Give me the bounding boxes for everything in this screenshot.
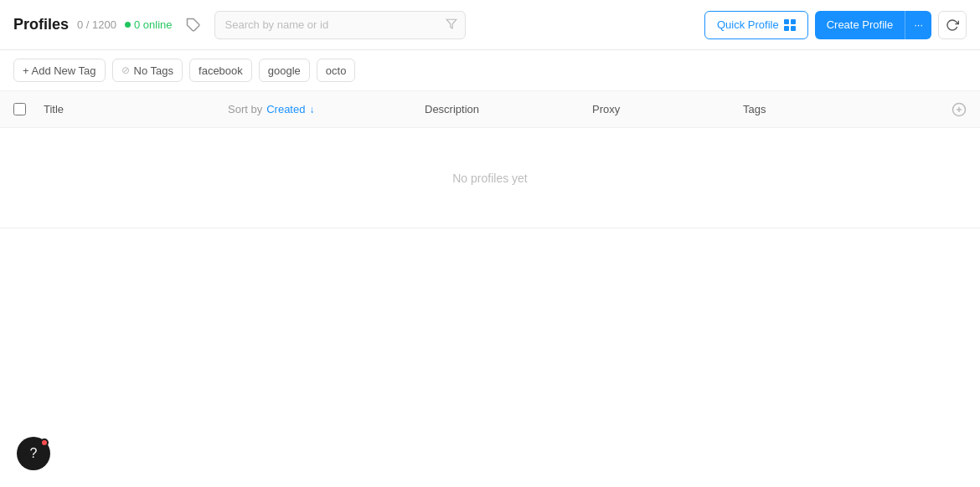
tags-row: + Add New Tag ⊘ No Tags facebook google …	[0, 50, 980, 91]
quick-profile-label: Quick Profile	[717, 18, 779, 31]
online-dot	[125, 22, 131, 28]
header-checkbox-col	[13, 103, 44, 115]
filter-icon[interactable]	[446, 18, 457, 32]
online-badge: 0 online	[125, 18, 173, 31]
tag-chip-octo[interactable]: octo	[317, 59, 356, 82]
header-actions: Quick Profile Create Profile ···	[704, 11, 967, 39]
col-proxy-label: Proxy	[592, 103, 620, 115]
add-new-tag-button[interactable]: + Add New Tag	[13, 59, 106, 82]
add-tag-label: + Add New Tag	[23, 64, 96, 77]
tag-icon-button[interactable]	[183, 14, 204, 36]
refresh-button[interactable]	[938, 11, 967, 39]
col-description-header: Description	[425, 103, 592, 115]
help-notification-dot	[40, 438, 49, 447]
create-profile-label: Create Profile	[815, 11, 905, 39]
col-add-header	[940, 102, 967, 117]
create-profile-more-button[interactable]: ···	[905, 11, 931, 39]
add-column-icon	[952, 102, 967, 117]
col-description-label: Description	[425, 103, 479, 115]
select-all-checkbox[interactable]	[13, 103, 26, 115]
tag-label-google: google	[268, 64, 301, 77]
create-profile-button[interactable]: Create Profile ···	[815, 11, 931, 39]
tag-chip-no-tags[interactable]: ⊘ No Tags	[112, 59, 183, 82]
tag-chip-facebook[interactable]: facebook	[189, 59, 252, 82]
tag-chip-google[interactable]: google	[259, 59, 310, 82]
add-column-button[interactable]	[952, 102, 967, 117]
quick-profile-button[interactable]: Quick Profile	[704, 11, 808, 39]
table-container: Title Sort by Created ↓ Description Prox…	[0, 91, 980, 228]
no-tag-icon: ⊘	[121, 64, 130, 76]
col-proxy-header: Proxy	[592, 103, 743, 115]
col-title-header: Title	[44, 103, 228, 115]
empty-message: No profiles yet	[452, 172, 527, 185]
tag-label-no-tags: No Tags	[134, 64, 173, 77]
table-header: Title Sort by Created ↓ Description Prox…	[0, 91, 980, 128]
tag-label-facebook: facebook	[199, 64, 243, 77]
col-tags-label: Tags	[743, 103, 766, 115]
sort-prefix: Sort by	[228, 103, 262, 115]
help-button[interactable]: ?	[17, 437, 50, 470]
svg-marker-1	[446, 19, 456, 28]
search-input[interactable]	[214, 11, 466, 39]
help-icon: ?	[30, 446, 38, 461]
online-count-label: 0 online	[134, 18, 173, 31]
col-tags-header: Tags	[743, 103, 940, 115]
profile-count: 0 / 1200	[77, 18, 116, 31]
page-title: Profiles	[13, 16, 69, 33]
empty-state: No profiles yet	[0, 128, 980, 228]
windows-icon	[784, 19, 796, 31]
header-left: Profiles 0 / 1200 0 online	[13, 16, 173, 33]
sort-arrow-icon[interactable]: ↓	[309, 104, 314, 115]
sort-field-link[interactable]: Created	[266, 103, 305, 115]
tag-icon	[186, 18, 201, 33]
search-container	[214, 11, 466, 39]
refresh-icon	[946, 18, 959, 32]
main-header: Profiles 0 / 1200 0 online Quick Profile	[0, 0, 980, 50]
tag-label-octo: octo	[326, 64, 347, 77]
col-sort-header: Sort by Created ↓	[228, 103, 425, 115]
col-title-label: Title	[44, 103, 64, 115]
